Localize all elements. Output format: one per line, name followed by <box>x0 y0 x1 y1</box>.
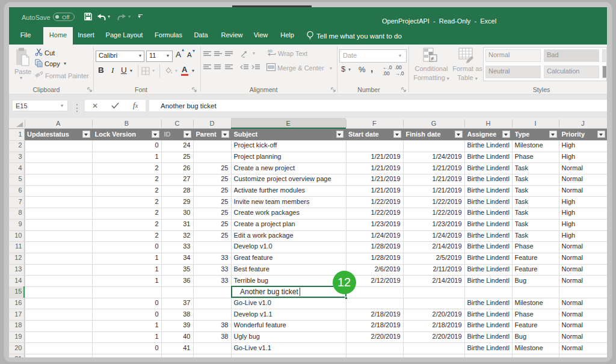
svg-text:≠: ≠ <box>431 55 434 62</box>
svg-text:ab: ab <box>268 49 273 53</box>
